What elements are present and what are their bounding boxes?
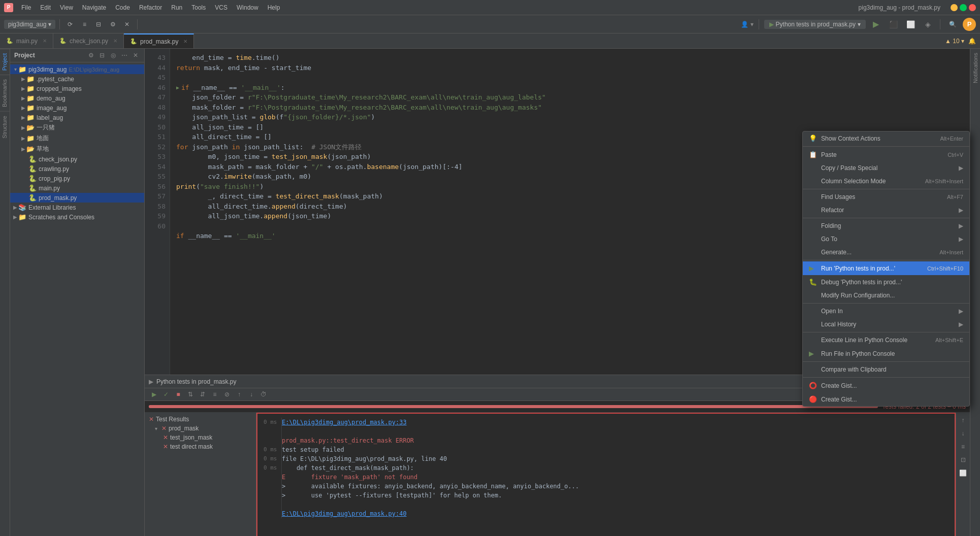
tree-item-check-json[interactable]: 🐍 check_json.py [10,154,144,164]
toolbar-sync-btn[interactable]: ⟳ [64,18,76,30]
menu-tools[interactable]: Tools [187,3,210,12]
tree-item-prod-mask[interactable]: 🐍 prod_mask.py [10,193,144,203]
rstrip-expand-btn[interactable]: ⊡ [958,454,969,465]
menu-vcs[interactable]: VCS [211,3,232,12]
tab-check-json-close[interactable]: ✕ [113,38,117,44]
tab-main-py[interactable]: 🐍 main.py ✕ [0,34,53,48]
rstrip-down-btn[interactable]: ↓ [958,428,969,439]
menu-view[interactable]: View [56,3,77,12]
run-sort-btn[interactable]: ⇅ [185,389,195,399]
rstrip-maximize-btn[interactable]: ⬜ [958,467,969,479]
tab-main-py-close[interactable]: ✕ [43,38,47,44]
left-tab-bookmarks[interactable]: Bookmarks [0,75,10,111]
cm-open-in[interactable]: Open In ▶ [803,305,969,318]
menu-refactor[interactable]: Refactor [135,3,166,12]
toolbar-close-panel-btn[interactable]: ✕ [121,18,133,30]
tree-item-main[interactable]: 🐍 main.py [10,183,144,193]
tree-item-pytest-cache[interactable]: ▶ 📁 .pytest_cache [10,74,144,84]
test-item-prod-mask[interactable]: ▾ ✕ prod_mask [153,424,254,433]
cm-compare-clipboard[interactable]: Compare with Clipboard [803,363,969,376]
cm-folding[interactable]: Folding ▶ [803,219,969,232]
cm-create-gist-2[interactable]: 🔴 Create Gist... [803,392,969,406]
test-output[interactable]: 0 ms E:\DL\pig3dimg_aug\prod_mask.py:33 [256,413,956,536]
menu-code[interactable]: Code [111,3,134,12]
tab-prod-mask[interactable]: 🐍 prod_mask.py ✕ [124,34,194,48]
tree-item-ext-libs[interactable]: ▶ 📚 External Libraries [10,203,144,212]
cm-run-file-console[interactable]: ▶ Run File in Python Console [803,347,969,360]
run-again-btn[interactable]: ▶ [149,389,159,399]
debug-button[interactable]: ⬛ [886,17,900,31]
run-filter-btn[interactable]: ≡ [210,389,220,399]
test-item-json-mask[interactable]: ✕ test_json_mask [161,433,254,442]
run-filter2-btn[interactable]: ⊘ [222,389,232,399]
toolbar-collapse-btn[interactable]: ⊟ [92,18,105,30]
cm-debug-python[interactable]: 🐛 Debug 'Python tests in prod...' [803,275,969,289]
toolbar-tree-btn[interactable]: ≡ [78,18,90,30]
test-item-direct-mask[interactable]: ✕ test direct mask [161,442,254,451]
cm-create-gist-1[interactable]: ⭕ Create Gist... [803,379,969,392]
project-panel-collapse-all[interactable]: ⊟ [97,51,107,60]
run-configuration-selector[interactable]: ▶ Python tests in prod_mask.py ▾ [764,20,866,29]
tab-check-json[interactable]: 🐍 check_json.py ✕ [53,34,124,48]
run-check-btn[interactable]: ✓ [161,389,171,399]
tree-item-root[interactable]: ▾ 📁 pig3dimg_aug E:\DL\pig3dimg_aug [10,64,144,74]
cm-find-usages[interactable]: Find Usages Alt+F7 [803,190,969,204]
project-panel-close[interactable]: ✕ [131,51,140,60]
search-button[interactable]: 🔍 [945,17,960,31]
rstrip-sidebar-btn[interactable]: ≡ [958,441,969,452]
run-timer-btn[interactable]: ⏱ [258,389,269,399]
tree-item-yizhi[interactable]: ▶ 📂 一只猪 [10,122,144,133]
tree-item-image-aug[interactable]: ▶ 📁 image_aug [10,103,144,113]
tree-item-scratches[interactable]: ▶ 📁 Scratches and Consoles [10,212,144,222]
tree-item-caodi[interactable]: ▶ 📂 草地 [10,144,144,154]
menu-navigate[interactable]: Navigate [78,3,110,12]
menu-edit[interactable]: Edit [36,3,55,12]
coverage-button[interactable]: ⬜ [903,17,918,31]
cm-run-python[interactable]: ▶ Run 'Python tests in prod...' Ctrl+Shi… [803,261,969,275]
cm-generate[interactable]: Generate... Alt+Insert [803,246,969,259]
tree-item-crop-pig[interactable]: 🐍 crop_pig.py [10,174,144,183]
maximize-button[interactable] [960,4,967,11]
project-selector[interactable]: pig3dimg_aug ▾ [4,20,55,29]
cm-modify-run[interactable]: Modify Run Configuration... [803,289,969,302]
output-link-2[interactable]: E:\DL\pig3dimg_aug\prod_mask.py:40 [282,509,407,518]
cm-copy-paste-special[interactable]: Copy / Paste Special ▶ [803,161,969,175]
toolbar-separator [59,19,60,29]
run-sort2-btn[interactable]: ⇵ [198,389,208,399]
output-link-1[interactable]: E:\DL\pig3dimg_aug\prod_mask.py:33 [282,418,407,427]
tree-item-crawling[interactable]: 🐍 crawling.py [10,164,144,174]
cm-paste[interactable]: 📋 Paste Ctrl+V [803,148,969,161]
project-panel-settings[interactable]: ⚙ [86,51,95,60]
tab-prod-mask-close[interactable]: ✕ [183,39,187,44]
menu-window[interactable]: Window [233,3,263,12]
project-panel-more[interactable]: ⋯ [120,51,129,60]
test-results-root[interactable]: ✕ Test Results [147,415,254,424]
run-button[interactable]: ▶ [869,17,883,31]
cm-local-history[interactable]: Local History ▶ [803,318,969,331]
tree-item-dimian[interactable]: ▶ 📁 地面 [10,133,144,144]
tree-item-cropped[interactable]: ▶ 📁 cropped_images [10,84,144,93]
run-down-btn[interactable]: ↓ [246,389,256,399]
notifications-label[interactable]: Notifications [971,51,979,85]
run-stop-btn[interactable]: ■ [173,389,183,399]
tree-item-demo-aug[interactable]: ▶ 📁 demo_aug [10,93,144,103]
menu-run[interactable]: Run [167,3,186,12]
cm-execute-line[interactable]: Execute Line in Python Console Alt+Shift… [803,333,969,347]
close-button[interactable] [969,4,976,11]
run-up-btn[interactable]: ↑ [234,389,244,399]
left-tab-project[interactable]: Project [0,49,10,75]
user-avatar[interactable]: P [963,18,976,31]
menu-help[interactable]: Help [264,3,284,12]
profile-button[interactable]: ◈ [921,17,935,31]
cm-show-context-actions[interactable]: 💡 Show Context Actions Alt+Enter [803,131,969,145]
left-tab-structure[interactable]: Structure [0,111,10,143]
project-panel-scroll-to-source[interactable]: ◎ [109,51,118,60]
tree-item-label-aug[interactable]: ▶ 📁 label_aug [10,113,144,122]
cm-column-selection[interactable]: Column Selection Mode Alt+Shift+Insert [803,175,969,188]
toolbar-settings-btn[interactable]: ⚙ [107,18,119,30]
cm-refactor[interactable]: Refactor ▶ [803,204,969,217]
cm-go-to[interactable]: Go To ▶ [803,232,969,246]
rstrip-up-btn[interactable]: ↑ [958,415,969,426]
menu-file[interactable]: File [17,3,35,12]
minimize-button[interactable] [951,4,958,11]
